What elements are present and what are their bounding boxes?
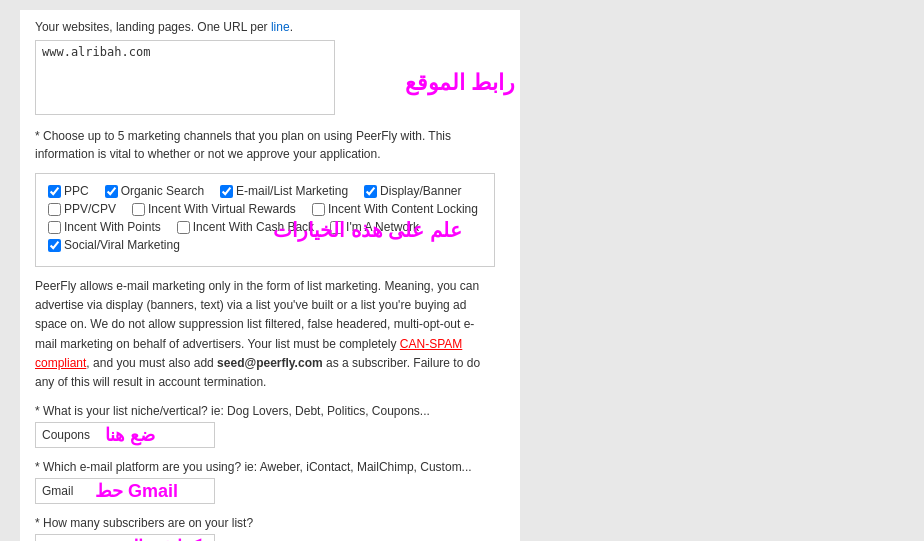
checkbox-ppv[interactable]: PPV/CPV [48, 202, 116, 216]
ppc-label: PPC [64, 184, 89, 198]
checkbox-incent-points[interactable]: Incent With Points [48, 220, 161, 234]
network-label: I'm A Network [346, 220, 419, 234]
organic-label: Organic Search [121, 184, 204, 198]
subscribers-field-group: * How many subscribers are on your list?… [35, 516, 505, 541]
checkbox-incent-content[interactable]: Incent With Content Locking [312, 202, 478, 216]
url-hint: Your websites, landing pages. One URL pe… [35, 20, 505, 34]
platform-field-group: * Which e-mail platform are you using? i… [35, 460, 505, 504]
niche-field-group: * What is your list niche/vertical? ie: … [35, 404, 505, 448]
marketing-channels-section: PPC Organic Search E-mail/List Marketing… [35, 173, 495, 267]
seed-email: seed@peerfly.com [217, 356, 323, 370]
platform-label: * Which e-mail platform are you using? i… [35, 460, 505, 474]
checkbox-social[interactable]: Social/Viral Marketing [48, 238, 180, 252]
niche-input-wrap: ضع هنا [35, 422, 215, 448]
platform-input-wrap: حط Gmail [35, 478, 215, 504]
checkbox-display[interactable]: Display/Banner [364, 184, 461, 198]
organic-checkbox[interactable] [105, 185, 118, 198]
incent-virtual-label: Incent With Virtual Rewards [148, 202, 296, 216]
network-checkbox[interactable] [330, 221, 343, 234]
incent-content-label: Incent With Content Locking [328, 202, 478, 216]
checkbox-row-1: PPC Organic Search E-mail/List Marketing… [48, 184, 482, 198]
website-textarea-wrap: www.alribah.com رابط الموقع [35, 40, 505, 115]
social-label: Social/Viral Marketing [64, 238, 180, 252]
website-arabic-label: رابط الموقع [405, 70, 515, 96]
subscribers-input[interactable] [35, 534, 215, 541]
platform-input[interactable] [35, 478, 215, 504]
checkbox-incent-virtual[interactable]: Incent With Virtual Rewards [132, 202, 296, 216]
description-box: PeerFly allows e-mail marketing only in … [35, 277, 495, 392]
ppc-checkbox[interactable] [48, 185, 61, 198]
checkbox-incent-cash[interactable]: Incent With Cash Back [177, 220, 314, 234]
checkbox-ppc[interactable]: PPC [48, 184, 89, 198]
subscribers-label: * How many subscribers are on your list? [35, 516, 505, 530]
display-label: Display/Banner [380, 184, 461, 198]
niche-input[interactable] [35, 422, 215, 448]
checkbox-email[interactable]: E-mail/List Marketing [220, 184, 348, 198]
subscribers-input-wrap: كما في الصورة [35, 534, 215, 541]
checkbox-row-3: Incent With Points Incent With Cash Back… [48, 220, 482, 234]
line-link[interactable]: line [271, 20, 290, 34]
checkbox-network[interactable]: I'm A Network [330, 220, 419, 234]
email-checkbox[interactable] [220, 185, 233, 198]
incent-content-checkbox[interactable] [312, 203, 325, 216]
hint-text-part: Your websites, landing pages. One URL pe… [35, 20, 268, 34]
incent-points-label: Incent With Points [64, 220, 161, 234]
niche-label: * What is your list niche/vertical? ie: … [35, 404, 505, 418]
incent-points-checkbox[interactable] [48, 221, 61, 234]
social-checkbox[interactable] [48, 239, 61, 252]
ppv-label: PPV/CPV [64, 202, 116, 216]
checkbox-organic[interactable]: Organic Search [105, 184, 204, 198]
checkbox-row-4: Social/Viral Marketing علم على هذه الخيا… [48, 238, 482, 252]
ppv-checkbox[interactable] [48, 203, 61, 216]
incent-virtual-checkbox[interactable] [132, 203, 145, 216]
incent-cash-label: Incent With Cash Back [193, 220, 314, 234]
website-textarea[interactable]: www.alribah.com [35, 40, 335, 115]
channels-info: * Choose up to 5 marketing channels that… [35, 127, 495, 163]
email-label: E-mail/List Marketing [236, 184, 348, 198]
incent-cash-checkbox[interactable] [177, 221, 190, 234]
checkbox-row-2: PPV/CPV Incent With Virtual Rewards Ince… [48, 202, 482, 216]
display-checkbox[interactable] [364, 185, 377, 198]
desc-text2: , and you must also add [86, 356, 217, 370]
